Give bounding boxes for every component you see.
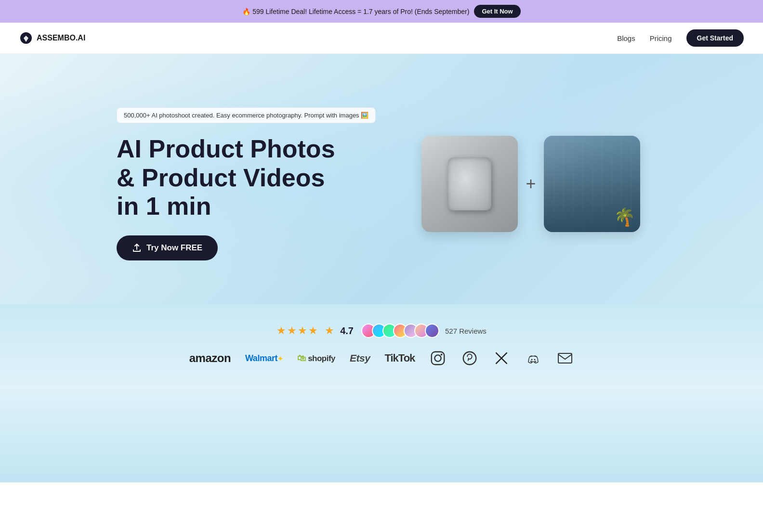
brand-x-icon [493, 350, 510, 367]
banner-text: 🔥 599 Lifetime Deal! Lifetime Access = 1… [242, 8, 469, 15]
restaurant-image [544, 136, 640, 232]
svg-point-2 [435, 355, 441, 361]
brands-row: amazon Walmart✦ 🛍 shopify EtsyTikTok ꓔ꒐꒒… [189, 350, 574, 376]
bottom-area [0, 386, 763, 482]
star-rating-display: ★★★★ [276, 324, 319, 337]
try-now-button[interactable]: Try Now FREE [117, 235, 218, 260]
brand-discord-icon [525, 350, 542, 367]
svg-point-5 [531, 359, 533, 361]
hero-title: AI Product Photos & Product Videos in 1 … [117, 135, 386, 221]
brand-instagram-icon [429, 350, 447, 367]
rating-number: 4.7 [340, 325, 354, 337]
half-star: ★ [325, 324, 334, 337]
social-proof-section: ★★★★ ★ 4.7 527 Reviews amazon Walmart✦ 🛍… [0, 304, 763, 386]
hero-title-line3: in 1 min [117, 192, 211, 220]
reviews-count: 527 Reviews [445, 327, 487, 335]
nav-links: Blogs Pricing Get Started [617, 29, 744, 47]
top-banner: 🔥 599 Lifetime Deal! Lifetime Access = 1… [0, 0, 763, 23]
brand-walmart: Walmart✦ [245, 353, 283, 363]
get-it-now-button[interactable]: Get It Now [474, 5, 520, 18]
try-now-label: Try Now FREE [146, 243, 202, 253]
speaker-image [421, 136, 518, 232]
plus-divider: + [526, 174, 536, 194]
svg-rect-7 [558, 353, 572, 363]
hero-badge-text: 500,000+ AI photoshoot created. Easy eco… [124, 112, 368, 119]
brand-pinterest-icon [461, 350, 478, 367]
brand-tiktok-text: TikTok [384, 352, 415, 364]
hero-title-line1: AI Product Photos [117, 135, 335, 163]
brand-amazon: amazon [189, 351, 231, 365]
svg-point-3 [441, 354, 443, 356]
avatar-7 [425, 324, 439, 338]
logo-text: ASSEMBO.AI [37, 34, 85, 42]
nav-blogs[interactable]: Blogs [617, 34, 635, 42]
hero-content-left: 500,000+ AI photoshoot created. Easy eco… [117, 107, 386, 260]
brand-shopify: 🛍 shopify [297, 353, 335, 363]
logo-icon [19, 31, 33, 45]
svg-rect-1 [432, 352, 444, 364]
brand-gmail-icon [556, 350, 574, 367]
logo[interactable]: ASSEMBO.AI [19, 31, 85, 45]
upload-icon [132, 243, 142, 253]
hero-content-right: + [415, 136, 646, 232]
product-image-speaker [421, 136, 518, 232]
svg-point-6 [534, 359, 536, 361]
navbar: ASSEMBO.AI Blogs Pricing Get Started [0, 23, 763, 54]
get-started-button[interactable]: Get Started [686, 29, 744, 47]
brand-etsy: Etsy [350, 352, 370, 364]
avatar-group [361, 324, 439, 338]
reviews-row: ★★★★ ★ 4.7 527 Reviews [276, 324, 487, 338]
hero-title-line2: & Product Videos [117, 164, 325, 192]
hero-badge: 500,000+ AI photoshoot created. Easy eco… [117, 107, 376, 123]
nav-pricing[interactable]: Pricing [650, 34, 672, 42]
product-image-restaurant [544, 136, 640, 232]
hero-section: 500,000+ AI photoshoot created. Easy eco… [0, 54, 763, 304]
